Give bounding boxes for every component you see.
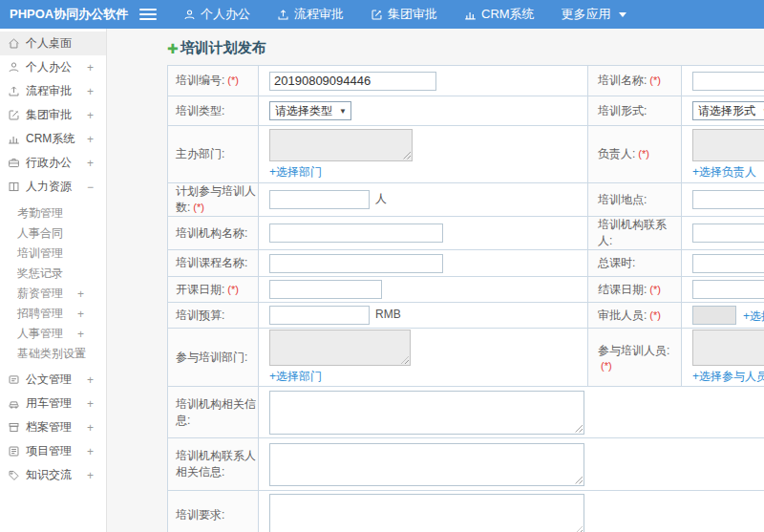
sidebar-item-hr[interactable]: 人力资源 − (0, 175, 106, 199)
nav-crm[interactable]: CRM系统 (464, 6, 535, 23)
nav-group-approval[interactable]: 集团审批 (371, 6, 437, 23)
clipboard-icon (8, 445, 20, 458)
hamburger-menu-icon[interactable] (139, 9, 157, 20)
sidebar: 个人桌面 个人办公 + 流程审批 + 集团审批 + CRM系统 + 行政办公 + (0, 29, 107, 532)
end-date-input[interactable] (692, 280, 764, 299)
hr-submenu: 考勤管理 人事合同 培训管理 奖惩记录 薪资管理+ 招聘管理+ 人事管理+ 基础… (0, 199, 106, 368)
app-brand: PHPOA协同办公软件 (0, 6, 136, 23)
participant-department-box[interactable] (269, 330, 411, 366)
page-title: ✚ 培训计划发布 (167, 39, 764, 57)
form-row-number-name: 培训编号:(*) 培训名称:(*) (168, 66, 764, 96)
sidebar-item-admin-office[interactable]: 行政办公 + (0, 151, 106, 175)
sidebar-item-group-approval[interactable]: 集团审批 + (0, 103, 106, 127)
upload-icon (8, 85, 20, 97)
training-budget-input[interactable] (269, 306, 370, 325)
select-arrow-icon: ▼ (339, 107, 347, 116)
sidebar-subitem-recruitment[interactable]: 招聘管理+ (0, 304, 106, 324)
user-icon (8, 61, 20, 74)
briefcase-icon (8, 157, 20, 169)
select-participants-link[interactable]: +选择参与人员 (692, 369, 764, 385)
sidebar-subitem-personnel[interactable]: 人事管理+ (0, 324, 106, 344)
car-icon (8, 397, 20, 410)
host-department-box[interactable] (269, 129, 413, 161)
sidebar-item-knowledge-exchange[interactable]: 知识交流 + (0, 463, 106, 487)
sidebar-item-document-mgmt[interactable]: 公文管理 + (0, 368, 106, 392)
form-row-requirements: 培训要求: (168, 491, 764, 532)
upload-icon (277, 9, 289, 21)
nav-more-apps[interactable]: 更多应用 (562, 6, 626, 23)
participant-people-box[interactable] (692, 330, 764, 366)
sidebar-item-crm[interactable]: CRM系统 + (0, 127, 106, 151)
form-row-org-info: 培训机构相关信息: (168, 387, 764, 438)
edit-icon (371, 9, 383, 21)
training-format-select[interactable]: 请选择形式▼ (692, 101, 764, 120)
bar-chart-icon (8, 133, 20, 145)
document-icon (8, 373, 20, 386)
nav-personal-office[interactable]: 个人办公 (183, 6, 250, 23)
training-plan-form: 培训编号:(*) 培训名称:(*) 培训类型: 请选择类型▼ 培训形式: 请选择… (167, 65, 764, 532)
select-approver-link[interactable]: +选择审批人员 (743, 309, 764, 325)
sidebar-item-vehicle-mgmt[interactable]: 用车管理 + (0, 392, 106, 415)
leader-box[interactable] (692, 129, 764, 161)
start-date-input[interactable] (269, 280, 382, 299)
top-navbar: PHPOA协同办公软件 个人办公 流程审批 集团审批 CRM系统 更多应用 (0, 0, 764, 29)
form-row-dates: 开课日期:(*) 结课日期:(*) (168, 277, 764, 303)
sidebar-subitem-reward-punishment[interactable]: 奖惩记录 (0, 264, 106, 284)
course-name-input[interactable] (269, 254, 443, 273)
form-row-attendees-location: 计划参与培训人数:(*) 人 培训地点: (168, 183, 764, 217)
training-location-input[interactable] (692, 190, 764, 209)
sidebar-item-personal-office[interactable]: 个人办公 + (0, 55, 106, 79)
select-leader-link[interactable]: +选择负责人 (692, 164, 756, 181)
form-row-participant-dept-people: 参与培训部门: +选择部门 参与培训人员:(*) +选择参与人员 (168, 329, 764, 387)
form-row-course-hours: 培训课程名称: 总课时: (168, 250, 764, 277)
form-row-orgname-contact: 培训机构名称: 培训机构联系人: (168, 217, 764, 250)
sidebar-subitem-attendance[interactable]: 考勤管理 (0, 203, 106, 223)
sidebar-item-workflow-approval[interactable]: 流程审批 + (0, 79, 106, 103)
planned-attendee-count-input[interactable] (269, 190, 370, 209)
main-content: ✚ 培训计划发布 培训编号:(*) 培训名称:(*) 培训类型: 请选择类型▼ … (107, 29, 764, 532)
add-plus-icon: ✚ (167, 42, 179, 55)
training-number-input[interactable] (269, 72, 436, 91)
training-org-contact-input[interactable] (692, 223, 764, 243)
training-requirements-textarea[interactable] (269, 494, 584, 532)
sidebar-subitem-base-category[interactable]: 基础类别设置+ (0, 344, 106, 364)
form-row-org-contact-info: 培训机构联系人相关信息: (168, 438, 764, 491)
sidebar-subitem-salary[interactable]: 薪资管理+ (0, 284, 106, 304)
user-icon (183, 9, 196, 21)
sidebar-item-personal-desktop[interactable]: 个人桌面 (0, 32, 106, 55)
sidebar-subitem-hr-contract[interactable]: 人事合同 (0, 223, 106, 244)
sidebar-item-archive-mgmt[interactable]: 档案管理 + (0, 415, 106, 439)
edit-icon (8, 109, 20, 121)
chevron-down-icon (619, 12, 626, 17)
org-info-textarea[interactable] (269, 391, 584, 435)
total-hours-input[interactable] (692, 254, 764, 273)
training-type-select[interactable]: 请选择类型▼ (269, 101, 351, 120)
training-name-input[interactable] (692, 72, 764, 91)
archive-icon (8, 421, 20, 434)
form-row-type-format: 培训类型: 请选择类型▼ 培训形式: 请选择形式▼ (168, 96, 764, 126)
form-row-department-leader: 主办部门: +选择部门 负责人:(*) +选择负责人 (168, 126, 764, 183)
form-row-budget-approver: 培训预算: RMB 审批人员:(*) +选择审批人员 (168, 303, 764, 329)
select-department-link[interactable]: +选择部门 (269, 164, 322, 181)
bar-chart-icon (464, 9, 477, 21)
approver-box[interactable] (692, 306, 736, 325)
org-contact-info-textarea[interactable] (269, 443, 584, 486)
nav-workflow-approval[interactable]: 流程审批 (277, 6, 344, 23)
tag-icon (8, 469, 20, 481)
training-org-name-input[interactable] (269, 223, 443, 243)
home-icon (8, 37, 20, 50)
sidebar-subitem-training[interactable]: 培训管理 (0, 244, 106, 264)
select-participant-department-link[interactable]: +选择部门 (269, 369, 322, 385)
book-icon (8, 181, 20, 193)
sidebar-item-project-mgmt[interactable]: 项目管理 + (0, 439, 106, 463)
